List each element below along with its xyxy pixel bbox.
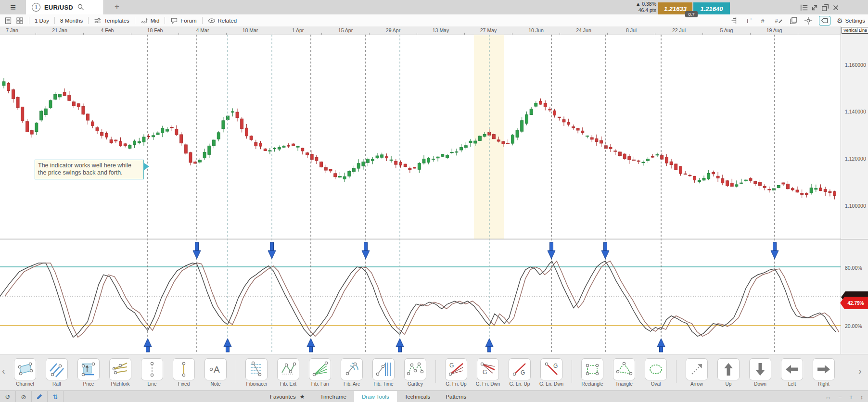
oscillator-value-badge: 42.79% [840,297,868,309]
popout-icon[interactable] [820,3,830,12]
tool-price[interactable]: Price [73,354,104,387]
left-tool-icon[interactable] [781,358,803,380]
chart-style-button[interactable] [2,14,14,26]
close-icon[interactable] [830,3,841,12]
glnup-tool-icon[interactable]: G [509,358,531,380]
tool-g-fn-dwn[interactable]: GG. Fn. Dwn [472,354,504,387]
fibarc-tool-icon[interactable] [341,358,363,380]
note-tool-icon[interactable]: A [204,358,227,380]
templates-button[interactable]: Templates [92,14,131,26]
channel-tool-icon[interactable] [14,358,36,380]
tool-fib-time[interactable]: Fib. Time [368,354,399,387]
tool-line[interactable]: Line [136,354,168,387]
pointer-tool-icon[interactable] [819,16,830,25]
hamburger-menu-icon[interactable]: ≡ [0,0,26,14]
fibfan-tool-icon[interactable] [309,358,331,380]
right-tool-icon[interactable] [813,358,835,380]
zoom-in-icon[interactable]: + [849,393,853,401]
up-tool-icon[interactable] [717,358,740,380]
tool-oval[interactable]: Oval [640,354,672,387]
date-axis[interactable]: 7 Jan21 Jan4 Feb18 Feb4 Mar18 Mar1 Apr15… [0,26,841,35]
tool-group-separator [572,360,572,383]
mid-price-button[interactable]: Mid [139,14,162,26]
tool-raff[interactable]: Raff [41,354,73,387]
fibonacci-tool-icon[interactable] [245,358,268,380]
tool-fib-arc[interactable]: Fib. Arc [336,354,368,387]
price-axis[interactable]: 42.79% 1.1600001.1400001.1200001.1000008… [841,26,868,354]
tab-technicals[interactable]: Technicals [397,391,438,402]
glndwn-tool-icon[interactable]: G [540,358,562,380]
tools-scroll-left-icon[interactable]: ‹ [2,365,5,377]
pencil-icon[interactable] [32,391,48,402]
grid-settings-icon[interactable]: # [774,16,783,25]
raff-tool-icon[interactable] [46,358,68,380]
layers-icon[interactable] [789,16,798,25]
line-tool-icon[interactable] [141,358,163,380]
price-tool-icon[interactable] [77,358,100,380]
arrow-tool-icon[interactable] [686,358,708,380]
watchlist-icon[interactable] [799,3,809,12]
text-tool-icon[interactable]: T+ [744,16,753,25]
zoom-out-icon[interactable]: − [838,393,842,401]
fibext-tool-icon[interactable] [277,358,299,380]
tool-up[interactable]: Up [713,354,744,387]
tool-fib-ext[interactable]: Fib. Ext [272,354,304,387]
settings-button[interactable]: ⚙Settings [837,17,865,25]
gfndwn-tool-icon[interactable]: G [477,358,499,380]
tool-g-ln-up[interactable]: GG. Ln. Up [504,354,536,387]
layout-grid-button[interactable] [14,14,26,26]
gartley-tool-icon[interactable] [404,358,426,380]
fibtime-tool-icon[interactable] [372,358,395,380]
pane-separator[interactable] [0,239,868,239]
price-scale-icon[interactable] [729,16,738,25]
clear-icon[interactable]: ⊘ [16,391,32,402]
fixed-tool-icon[interactable] [173,358,195,380]
chart-canvas[interactable] [0,35,841,354]
tab-favourites[interactable]: Favourites★ [262,391,312,402]
symbol-tab[interactable]: 1 EUR/USD [26,0,104,14]
expand-icon[interactable] [809,3,820,12]
timeframe-button[interactable]: 1 Day [33,14,51,26]
tab-timeframe[interactable]: Timeframe [312,391,354,402]
tab-patterns[interactable]: Patterns [438,391,474,402]
date-tick-label: 18 Feb [147,27,163,33]
pitchfork-tool-icon[interactable] [109,358,131,380]
tri-tool-icon[interactable] [613,358,635,380]
autoscale-icon[interactable]: ↕ [860,393,864,401]
oval-tool-icon[interactable] [645,358,667,380]
tool-channel[interactable]: Channel [9,354,41,387]
tool-pitchfork[interactable]: Pitchfork [104,354,136,387]
tool-left[interactable]: Left [776,354,808,387]
search-icon[interactable] [77,3,85,11]
sort-arrows-icon[interactable]: ⇅ [48,391,64,402]
tool-g-fn-up[interactable]: GG. Fn. Up [440,354,472,387]
tools-scroll-right-icon[interactable]: › [858,365,862,377]
forum-button[interactable]: Forum [168,14,198,26]
tab-draw-tools[interactable]: Draw Tools [354,391,397,402]
tool-gartley[interactable]: Gartley [399,354,431,387]
related-button[interactable]: Related [206,14,239,26]
rect-tool-icon[interactable] [581,358,603,380]
favourite-star-icon[interactable]: ★ [300,393,305,400]
ask-price-button[interactable]: 1.21640 [693,2,730,15]
tab-label: Timeframe [320,394,346,400]
tool-g-ln-dwn[interactable]: GG. Ln. Dwn [536,354,567,387]
tool-arrow[interactable]: Arrow [681,354,713,387]
annotation-note[interactable]: The indicator works well here while the … [35,160,144,179]
scroll-horizontal-icon[interactable]: ↔ [825,393,831,401]
range-button[interactable]: 8 Months [58,14,85,26]
down-tool-icon[interactable] [749,358,771,380]
tool-fixed[interactable]: Fixed [168,354,200,387]
grid-icon[interactable]: # [759,16,768,25]
tool-triangle[interactable]: Triangle [608,354,640,387]
tool-fibonacci[interactable]: Fibonacci [241,354,272,387]
gfnup-tool-icon[interactable]: G [445,358,467,380]
tool-fib-fan[interactable]: Fib. Fan [304,354,336,387]
tool-note[interactable]: ANote [200,354,231,387]
tool-down[interactable]: Down [744,354,776,387]
add-chart-tab-button[interactable]: + [115,2,119,12]
crosshair-icon[interactable] [804,16,813,25]
tool-rectangle[interactable]: Rectangle [576,354,608,387]
reset-icon[interactable]: ↺ [0,391,16,402]
tool-right[interactable]: Right [808,354,840,387]
